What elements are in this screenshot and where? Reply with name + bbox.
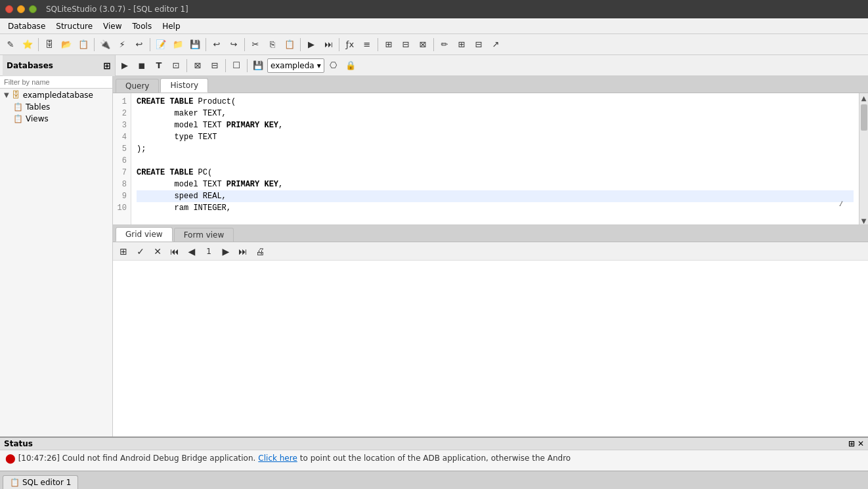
next-page-icon[interactable]: ▶ <box>218 244 234 259</box>
databases-label: Databases <box>7 61 53 70</box>
code-line-2: maker TEXT, <box>137 108 854 119</box>
status-header: Status ⊞ ✕ <box>0 438 868 450</box>
explain-icon[interactable]: ⊠ <box>190 58 206 74</box>
status-message-area: ⬤ [10:47:26] Could not find Android Debu… <box>0 450 868 466</box>
refresh-icon[interactable]: ↩ <box>131 37 147 53</box>
first-page-icon[interactable]: ⏮ <box>167 244 183 259</box>
col-icon[interactable]: ⊟ <box>398 37 414 53</box>
code-line-4: type TEXT <box>137 131 854 143</box>
commit-icon[interactable]: ⊞ <box>116 244 131 259</box>
export-icon[interactable]: ↗ <box>488 37 504 53</box>
new-sql-icon[interactable]: 📝 <box>153 37 169 53</box>
sep-t2-2 <box>225 59 226 72</box>
print-icon[interactable]: 🖨 <box>252 244 268 259</box>
open-icon[interactable]: ⭐ <box>20 37 35 53</box>
undo-icon[interactable]: ↩ <box>209 37 225 53</box>
edit-db-icon[interactable]: 📋 <box>76 37 91 53</box>
sep2 <box>94 38 95 51</box>
tab-grid-view[interactable]: Grid view <box>116 227 173 242</box>
status-link[interactable]: Click here <box>258 454 297 463</box>
toolbar2: Databases ⊞ ▶ ◼ T ⊡ ⊠ ⊟ ☐ 💾 exampleda ▾ … <box>0 55 868 76</box>
connect-icon[interactable]: 🔌 <box>97 37 113 53</box>
new-icon[interactable]: ✎ <box>3 37 18 53</box>
grid-icon[interactable]: ⊞ <box>454 37 469 53</box>
sep8 <box>378 38 378 51</box>
table-icon[interactable]: ⊞ <box>381 37 397 53</box>
editor-area[interactable]: 12345 678910 CREATE TABLE Product( maker… <box>113 93 868 224</box>
redo-icon[interactable]: ↪ <box>226 37 242 53</box>
menu-database[interactable]: Database <box>3 20 51 32</box>
disconnect-icon[interactable]: ⚡ <box>114 37 130 53</box>
scroll-up-arrow[interactable]: ▲ <box>861 95 867 102</box>
sep-t2-3 <box>247 59 248 72</box>
split-icon[interactable]: ⊟ <box>471 37 487 53</box>
history-icon[interactable]: ⊡ <box>168 58 184 74</box>
run-icon[interactable]: ▶ <box>117 58 133 74</box>
status-restore-icon[interactable]: ⊞ <box>848 439 855 448</box>
copy-icon[interactable]: ⎘ <box>265 37 280 53</box>
sep3 <box>150 38 150 51</box>
close-button[interactable] <box>5 5 13 13</box>
results-toolbar: ⊞ ✓ ✕ ⏮ ◀ 1 ▶ ⏭ 🖨 <box>113 242 868 261</box>
format-sql-icon[interactable]: T <box>151 58 167 74</box>
results-area: Grid view Form view ⊞ ✓ ✕ ⏮ ◀ 1 ▶ ⏭ 🖨 <box>113 224 868 375</box>
last-page-icon[interactable]: ⏭ <box>235 244 251 259</box>
run-step-icon[interactable]: ◼ <box>134 58 150 74</box>
params-icon[interactable]: ⊟ <box>207 58 223 74</box>
lock-icon[interactable]: 🔒 <box>343 58 358 74</box>
menu-tools[interactable]: Tools <box>127 20 158 32</box>
exec-icon[interactable]: ▶ <box>303 37 319 53</box>
sep6 <box>300 38 301 51</box>
status-close-icon[interactable]: ✕ <box>857 439 864 448</box>
exec-step-icon[interactable]: ⏭ <box>320 37 336 53</box>
minimize-button[interactable] <box>17 5 25 13</box>
tree-item-tables[interactable]: 📋 Tables <box>0 101 112 113</box>
maximize-button[interactable] <box>29 5 37 13</box>
bottom-tab-sql-editor[interactable]: 📋 SQL editor 1 <box>3 475 78 489</box>
remove-db-icon[interactable]: 📂 <box>58 37 74 53</box>
save-result-icon[interactable]: 💾 <box>250 58 266 74</box>
tree-item-views[interactable]: 📋 Views <box>0 113 112 125</box>
sql-editor-tab-icon: 📋 <box>10 478 20 487</box>
database-icon: 🗄 <box>12 90 20 100</box>
tree-item-exampledatabase[interactable]: ▼ 🗄 exampledatabase <box>0 89 112 101</box>
cut-icon[interactable]: ✂ <box>248 37 263 53</box>
titlebar: SQLiteStudio (3.0.7) - [SQL editor 1] <box>0 0 868 18</box>
tab-query[interactable]: Query <box>116 79 159 93</box>
paste-icon[interactable]: 📋 <box>282 37 297 53</box>
scroll-down-arrow[interactable]: ▼ <box>861 217 867 224</box>
add-db-icon[interactable]: 🗄 <box>41 37 57 53</box>
pencil-icon[interactable]: ✏ <box>437 37 452 53</box>
databases-add-icon[interactable]: ⊞ <box>103 60 111 71</box>
filter-input[interactable] <box>0 76 112 89</box>
code-line-3: model TEXT PRIMARY KEY, <box>137 119 854 131</box>
tab-history[interactable]: History <box>160 78 208 93</box>
tab-form-view[interactable]: Form view <box>174 228 234 242</box>
merge-icon[interactable]: ⊠ <box>415 37 431 53</box>
db-selector[interactable]: exampleda ▾ <box>267 58 324 73</box>
vertical-scrollbar[interactable]: ▲ ▼ <box>859 93 868 224</box>
new-window-icon[interactable]: ☐ <box>228 58 244 74</box>
menu-view[interactable]: View <box>98 20 127 32</box>
snippet-icon[interactable]: ≡ <box>359 37 375 53</box>
func-icon[interactable]: ƒx <box>342 37 358 53</box>
menu-structure[interactable]: Structure <box>51 20 98 32</box>
code-area[interactable]: CREATE TABLE Product( maker TEXT, model … <box>131 93 859 224</box>
scroll-thumb[interactable] <box>861 104 867 131</box>
detach-icon[interactable]: ⎔ <box>326 58 341 74</box>
db-selector-text: exampleda <box>271 61 315 70</box>
save-sql-icon[interactable]: 💾 <box>187 37 203 53</box>
toolbar1: ✎ ⭐ 🗄 📂 📋 🔌 ⚡ ↩ 📝 📁 💾 ↩ ↪ ✂ ⎘ 📋 ▶ ⏭ ƒx ≡… <box>0 34 868 55</box>
save-row-icon[interactable]: ✓ <box>133 244 148 259</box>
results-content <box>113 261 868 375</box>
menu-help[interactable]: Help <box>157 20 185 32</box>
code-line-9: speed REAL, <box>137 190 854 202</box>
open-sql-icon[interactable]: 📁 <box>170 37 186 53</box>
sidebar: ▼ 🗄 exampledatabase 📋 Tables 📋 Views <box>0 76 113 436</box>
prev-page-icon[interactable]: ◀ <box>184 244 200 259</box>
code-line-1: CREATE TABLE Product( <box>137 96 854 108</box>
delete-row-icon[interactable]: ✕ <box>150 244 165 259</box>
menubar: Database Structure View Tools Help <box>0 18 868 34</box>
status-text: [10:47:26] Could not find Android Debug … <box>18 454 256 463</box>
status-area: Status ⊞ ✕ ⬤ [10:47:26] Could not find A… <box>0 436 868 471</box>
